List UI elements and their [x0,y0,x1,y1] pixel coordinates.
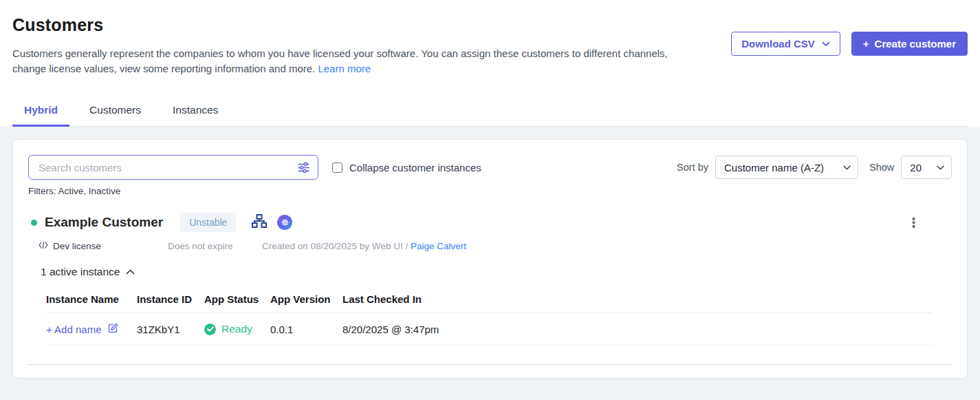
tab-hybrid[interactable]: Hybrid [12,97,69,127]
customer-row-header: Example Customer Unstable ☸ ⋮ [28,213,952,232]
tab-customers[interactable]: Customers [78,97,153,126]
kebab-menu-icon[interactable]: ⋮ [907,216,920,229]
sitemap-icon [251,213,268,232]
search-box [28,155,318,180]
tab-bar: Hybrid Customers Instances [12,97,968,127]
col-instance-name: Instance Name [46,293,137,305]
card-bottom-divider [28,364,952,378]
add-name-button[interactable]: + Add name [46,322,137,336]
customer-name[interactable]: Example Customer [45,215,163,230]
sort-select-value: Customer name (A-Z) [724,162,824,173]
helm-wheel-glyph: ☸ [281,218,290,228]
channel-badge: Unstable [180,213,236,232]
instances-table: Instance Name Instance ID App Status App… [46,288,933,346]
plus-icon: + [863,38,869,50]
chevron-down-icon [937,165,944,170]
check-circle-icon [204,324,216,335]
table-header-row: Instance Name Instance ID App Status App… [46,288,933,313]
edit-pencil-icon [107,322,119,336]
active-instances-label: 1 active instance [41,266,120,278]
header-actions: Download CSV + Create customer [731,32,968,76]
learn-more-link[interactable]: Learn more [318,63,371,74]
app-version: 0.0.1 [270,324,342,335]
instance-id: 31ZKbY1 [137,324,204,335]
col-app-version: App Version [270,293,342,305]
created-text: Created on 08/20/2025 by Web UI / [262,241,411,251]
customers-card: Collapse customer instances Sort by Cust… [12,139,968,379]
show-label: Show [869,162,894,173]
download-csv-button[interactable]: Download CSV [731,32,840,56]
license-type: Dev license [39,241,168,251]
chevron-up-icon [126,269,135,275]
create-customer-button[interactable]: + Create customer [851,32,968,56]
active-instances-toggle[interactable]: 1 active instance [28,266,952,278]
col-last-checked-in: Last Checked In [342,293,933,305]
app-status-label: Ready [221,323,252,335]
download-csv-label: Download CSV [741,38,815,50]
page-description: Customers generally represent the compan… [12,46,676,76]
tab-instances[interactable]: Instances [161,97,230,126]
page-title: Customers [12,15,676,35]
chevron-down-icon [822,41,830,47]
search-input[interactable] [39,162,297,173]
header-text: Customers Customers generally represent … [12,15,676,76]
add-name-label: + Add name [46,324,101,335]
kubernetes-icon: ☸ [277,215,292,230]
collapse-checkbox[interactable] [332,162,342,173]
chevron-down-icon [843,165,851,170]
sort-select[interactable]: Customer name (A-Z) [715,156,858,179]
filter-sliders-icon[interactable] [297,161,310,174]
license-expiry: Does not expire [168,241,262,251]
sort-by-label: Sort by [677,162,708,173]
code-brackets-icon [39,241,48,251]
customer-status-dot-icon [31,220,37,226]
show-select[interactable]: 20 [901,156,952,179]
license-created: Created on 08/20/2025 by Web UI / Paige … [262,241,466,251]
page-header: Customers Customers generally represent … [0,0,980,76]
install-type-icons: ☸ [251,213,292,232]
active-filters-text: Filters: Active, Inactive [28,186,952,196]
col-app-status: App Status [204,293,270,305]
license-type-label: Dev license [53,241,101,251]
app-status: Ready [204,323,270,335]
license-row: Dev license Does not expire Created on 0… [28,241,952,251]
last-checked-in: 8/20/2025 @ 3:47pm [342,324,933,335]
collapse-label: Collapse customer instances [349,162,481,173]
show-select-value: 20 [910,162,922,173]
table-row: + Add name 31ZKbY1 [46,313,933,346]
create-customer-label: Create customer [875,38,956,50]
collapse-instances-toggle[interactable]: Collapse customer instances [332,162,481,173]
card-toolbar: Collapse customer instances Sort by Cust… [28,155,952,180]
created-by-link[interactable]: Paige Calvert [411,241,466,251]
content-area: Collapse customer instances Sort by Cust… [0,127,980,400]
col-instance-id: Instance ID [137,293,204,305]
